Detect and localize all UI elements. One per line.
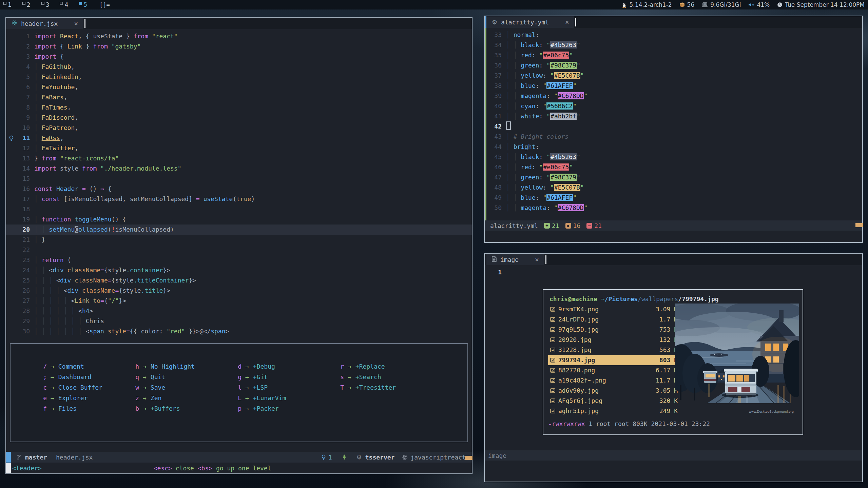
code-line[interactable]: 46│ │ red: "#e06c75" <box>485 162 862 172</box>
workspace-button-3[interactable]: 3 <box>41 1 50 8</box>
code-line[interactable]: 11│ FaRss, <box>6 133 472 143</box>
workspace-button-2[interactable]: 2 <box>22 1 31 8</box>
file-row[interactable]: 799794.jpg803 K <box>548 355 678 365</box>
code-area-alacritty[interactable]: 33│ normal:34│ │ black: "#4b5263"35│ │ r… <box>485 28 862 213</box>
code-line[interactable]: 34│ │ black: "#4b5263" <box>485 40 862 50</box>
code-line[interactable]: 24│ │ <div className={style.container}> <box>6 265 472 275</box>
code-line[interactable]: 15 <box>6 174 472 184</box>
workspace-button-5[interactable]: 5 <box>78 1 87 8</box>
code-line[interactable]: 13} from "react-icons/fa" <box>6 153 472 163</box>
code-line[interactable]: 44│ bright: <box>485 142 862 152</box>
file-row[interactable]: 24LrDFQ.jpg1.7 M <box>548 314 678 325</box>
code-line[interactable]: 3import { <box>6 52 472 62</box>
close-icon[interactable]: × <box>535 256 539 263</box>
close-icon[interactable]: × <box>565 18 569 26</box>
scrollbar-thumb[interactable] <box>855 223 863 227</box>
code-line[interactable]: 33│ normal: <box>485 30 862 40</box>
code-line[interactable]: 45│ │ black: "#4b5263" <box>485 152 862 162</box>
whichkey-item[interactable]: T→+Treesitter <box>340 384 467 394</box>
workspace-button-4[interactable]: 4 <box>59 1 68 8</box>
code-line[interactable]: 43│ # Bright colors <box>485 132 862 142</box>
file-row[interactable]: aghr5Ip.jpg249 K <box>548 406 678 416</box>
code-line[interactable]: 49│ │ blue: "#61AFEF" <box>485 193 862 203</box>
whichkey-key: ; <box>42 373 47 380</box>
cmdline-left: <leader> <esc> close <bs> go up one leve… <box>6 463 472 473</box>
code-area-headerjsx[interactable]: 1import React, { useState } from "react"… <box>6 29 472 336</box>
code-line[interactable]: 1import React, { useState } from "react" <box>6 31 472 41</box>
code-line[interactable]: 25│ │ │ <div className={style.titleConta… <box>6 275 472 286</box>
whichkey-item[interactable]: ;→Dashboard <box>42 373 135 384</box>
whichkey-item[interactable]: L→+LunarVim <box>237 394 340 405</box>
code-line[interactable]: 5│ FaLinkedin, <box>6 72 472 82</box>
code-line[interactable]: 35│ │ red: "#e06c75" <box>485 50 862 60</box>
code-line[interactable]: 20│ │ setMenuCollapsed(!isMenuCollapsed) <box>6 225 472 235</box>
code-line[interactable]: 42 <box>485 121 862 132</box>
code-line[interactable]: 40│ │ cyan: "#56B6C2" <box>485 101 862 111</box>
code-line[interactable]: 2import { Link } from "gatsby" <box>6 41 472 52</box>
whichkey-item[interactable]: h→No Highlight <box>135 363 237 373</box>
code-area-image[interactable]: 1 <box>485 265 862 277</box>
code-line[interactable]: 4│ FaGithub, <box>6 62 472 72</box>
close-icon[interactable]: × <box>74 20 78 27</box>
whichkey-item[interactable]: r→+Replace <box>340 363 467 373</box>
code-line[interactable]: 50│ │ magenta: "#C678DD" <box>485 203 862 213</box>
code-line[interactable]: 26│ │ │ │ <div className={style.title}> <box>6 286 472 296</box>
file-row[interactable]: 20920.jpg132 K <box>548 335 678 345</box>
workspace-button-1[interactable]: 1 <box>3 1 12 8</box>
code-line[interactable]: 27│ │ │ │ │ <Link to={"/"}> <box>6 296 472 306</box>
file-row[interactable]: 9rsmTK4.png3.09 M <box>548 304 678 314</box>
code-line[interactable]: 41│ │ white: "#abb2bf" <box>485 111 862 121</box>
file-row[interactable]: 31228.jpg563 K <box>548 345 678 355</box>
whichkey-item[interactable]: g→+Git <box>237 373 340 384</box>
file-row[interactable]: a19c482f~.png11.7 M <box>548 375 678 386</box>
code-line[interactable]: 18 <box>6 204 472 214</box>
code-line[interactable]: 23│ return ( <box>6 255 472 265</box>
code-line[interactable]: 6│ FaYoutube, <box>6 82 472 92</box>
code-line[interactable]: 8│ FaTimes, <box>6 102 472 113</box>
code-line[interactable]: 48│ │ yellow: "#E5C07B" <box>485 182 862 193</box>
code-line[interactable]: 30│ │ │ │ │ │ │ <span style={{ color: "r… <box>6 326 472 336</box>
code-line[interactable]: 29│ │ │ │ │ │ │ Chris <box>6 316 472 326</box>
whichkey-item[interactable]: f→Files <box>42 405 135 415</box>
whichkey-item[interactable]: d→+Debug <box>237 363 340 373</box>
code-line[interactable]: 37│ │ yellow: "#E5C07B" <box>485 71 862 81</box>
whichkey-item[interactable]: p→+Packer <box>237 405 340 415</box>
whichkey-item[interactable]: q→Quit <box>135 373 237 384</box>
editor-window-alacritty: ⚙ alacritty.yml × 33│ normal:34│ │ black… <box>484 16 863 243</box>
code-line[interactable]: 14import style from "./header.module.les… <box>6 163 472 174</box>
penguin-icon <box>622 2 627 8</box>
file-row[interactable]: AFq5r6j.jpeg320 K <box>548 396 678 406</box>
lightbulb-icon[interactable] <box>6 133 16 143</box>
code-line[interactable]: 28│ │ │ │ │ │ <h4> <box>6 306 472 316</box>
file-row[interactable]: 882720.png6.17 M <box>548 365 678 375</box>
status-bar: 12345 []= 5.14.2-arch1-2569.6Gi/31Gi41%T… <box>0 0 868 9</box>
code-line[interactable]: 36│ │ green: "#98C379" <box>485 60 862 71</box>
whichkey-item[interactable]: s→+Search <box>340 373 467 384</box>
whichkey-item[interactable]: w→Save <box>135 384 237 394</box>
code-line[interactable]: 38│ │ blue: "#61AFEF" <box>485 81 862 91</box>
code-line[interactable]: 21│ } <box>6 235 472 245</box>
code-line[interactable]: 39│ │ magenta: "#C678DD" <box>485 91 862 101</box>
whichkey-item[interactable]: /→Comment <box>42 363 135 373</box>
whichkey-item[interactable]: b→+Buffers <box>135 405 237 415</box>
code-line[interactable]: 17│ const [isMenuCollapsed, setMenuColla… <box>6 194 472 204</box>
tab-alacritty[interactable]: ⚙ alacritty.yml × <box>486 16 574 28</box>
code-line[interactable]: 47│ │ green: "#98C379" <box>485 172 862 182</box>
whichkey-item[interactable]: e→Explorer <box>42 394 135 405</box>
code-line[interactable]: 12│ FaTwitter, <box>6 143 472 153</box>
code-line[interactable]: 10│ FaPatreon, <box>6 123 472 133</box>
code-line[interactable]: 16const Header = () ⇒ { <box>6 184 472 194</box>
scrollbar-thumb[interactable] <box>465 456 472 460</box>
file-row[interactable]: 97q9L5D.jpg753 K <box>548 325 678 335</box>
whichkey-item[interactable]: z→Zen <box>135 394 237 405</box>
tab-image[interactable]: image × <box>486 254 544 265</box>
whichkey-item[interactable]: c→Close Buffer <box>42 384 135 394</box>
code-line[interactable]: 19│ function toggleMenu() { <box>6 214 472 225</box>
whichkey-item[interactable]: l→+LSP <box>237 384 340 394</box>
code-line[interactable]: 22 <box>6 245 472 255</box>
line-number: 4 <box>16 62 34 72</box>
tab-headerjsx[interactable]: header.jsx × <box>6 18 83 29</box>
code-line[interactable]: 9│ FaDiscord, <box>6 113 472 123</box>
file-row[interactable]: ad6v90y.jpg3.05 M <box>548 386 678 396</box>
code-line[interactable]: 7│ FaBars, <box>6 92 472 102</box>
